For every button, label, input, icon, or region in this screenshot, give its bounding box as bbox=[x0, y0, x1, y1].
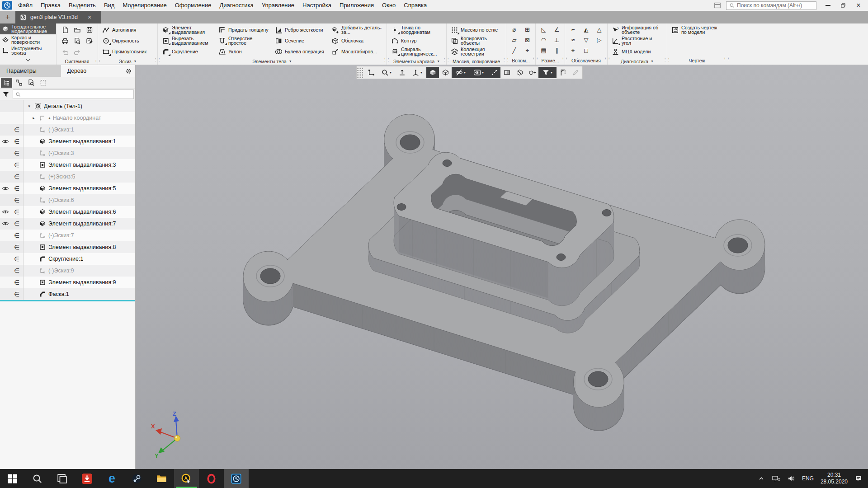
close-button[interactable]: × bbox=[851, 0, 866, 10]
app-logo-icon[interactable] bbox=[2, 1, 13, 10]
section-grip[interactable]: ⋮⋮ bbox=[723, 57, 726, 61]
tree-item[interactable]: ∈Элемент выдавливания:5 bbox=[0, 183, 135, 194]
tab-close-icon[interactable]: × bbox=[88, 14, 91, 21]
sect-button[interactable]: Сечение bbox=[273, 35, 328, 46]
search-taskbar-button[interactable] bbox=[25, 469, 50, 488]
undo-button[interactable] bbox=[59, 47, 71, 57]
aux-icon-button[interactable]: ◺ bbox=[538, 24, 550, 35]
coordinate-systems-button[interactable]: ▼ bbox=[408, 67, 426, 78]
section-grip[interactable]: ⋮⋮ bbox=[532, 57, 535, 61]
restore-button[interactable] bbox=[835, 0, 851, 10]
tab-tree[interactable]: Дерево bbox=[61, 65, 122, 77]
tray-expand-icon[interactable] bbox=[757, 475, 765, 482]
draw2d-button[interactable]: Создать чертеж по модели bbox=[669, 24, 725, 35]
tree-item[interactable]: ∈Фаска:1 bbox=[0, 288, 135, 300]
visibility-eye-icon[interactable] bbox=[0, 209, 11, 215]
pointi-button[interactable]: Точка по координатам bbox=[389, 24, 444, 35]
tree-search-field[interactable] bbox=[13, 89, 134, 99]
aux-icon-button[interactable]: ◭ bbox=[580, 24, 592, 35]
aux-icon-button[interactable]: ⌀ bbox=[508, 24, 520, 35]
contour-button[interactable]: Контур bbox=[389, 35, 444, 46]
tree-item[interactable]: ∈(-)Эскиз:6 bbox=[0, 194, 135, 206]
aux-icon-button[interactable]: ▷ bbox=[593, 35, 605, 45]
zoom-tools-button[interactable]: ▼ bbox=[377, 67, 396, 78]
rib-button[interactable]: Ребро жесткости bbox=[273, 24, 328, 35]
menu-item[interactable]: Правка bbox=[37, 0, 65, 11]
command-search[interactable] bbox=[726, 1, 816, 10]
new-button[interactable] bbox=[59, 24, 71, 35]
hidden-lines-button[interactable]: ▼ bbox=[452, 67, 470, 78]
hole-button[interactable]: Отверстие простое bbox=[216, 35, 272, 46]
aux-icon-button[interactable]: ⊥ bbox=[551, 35, 563, 45]
aux-icon-button[interactable]: ⌖ bbox=[521, 45, 533, 56]
ribbon-collapse[interactable] bbox=[0, 56, 56, 64]
aux-icon-button[interactable]: ⌖ bbox=[567, 45, 579, 56]
workspace-button[interactable]: Каркас и поверхности bbox=[0, 34, 56, 45]
boss-button[interactable]: Элемент выдавливания bbox=[160, 24, 215, 35]
steam-taskbar-button[interactable] bbox=[124, 469, 149, 488]
spiral-button[interactable]: Спираль цилиндрическ... bbox=[389, 46, 444, 57]
menu-item[interactable]: Вид bbox=[100, 0, 119, 11]
addpart-button[interactable]: Добавить деталь-за... bbox=[329, 24, 385, 35]
docmag-button[interactable] bbox=[25, 78, 37, 88]
menu-item[interactable]: Выделить bbox=[65, 0, 100, 11]
command-search-input[interactable] bbox=[737, 2, 813, 9]
gridi-button[interactable]: Массив по сетке bbox=[448, 24, 504, 35]
notifications-icon[interactable] bbox=[854, 475, 863, 482]
section-grip[interactable]: ⋮⋮ bbox=[502, 58, 506, 62]
new-tab-button[interactable]: + bbox=[0, 11, 15, 23]
scalei-button[interactable]: Масштабиров... bbox=[329, 46, 385, 57]
shell-button[interactable]: Оболочка bbox=[329, 35, 385, 46]
visibility-eye-icon[interactable] bbox=[0, 186, 11, 191]
tree-item[interactable]: ∈Элемент выдавливания:9 bbox=[0, 277, 135, 288]
tree-item[interactable]: ∈(-)Эскиз:9 bbox=[0, 265, 135, 277]
volume-icon[interactable] bbox=[787, 475, 795, 482]
snap-mode-button[interactable] bbox=[488, 67, 500, 78]
aux-icon-button[interactable]: ∠ bbox=[551, 24, 563, 35]
circlei-button[interactable]: Окружность bbox=[100, 35, 156, 46]
download-manager-taskbar-button[interactable] bbox=[75, 469, 99, 488]
kompas-taskbar-button[interactable] bbox=[224, 469, 249, 488]
menu-item[interactable]: Моделирование bbox=[118, 0, 170, 11]
section-overflow-arrow[interactable]: ▼ bbox=[651, 60, 654, 63]
start-taskbar-button[interactable] bbox=[0, 469, 25, 488]
workspace-button[interactable]: Инструменты эскиза bbox=[0, 45, 56, 56]
clip-model-button[interactable] bbox=[513, 67, 526, 78]
massi-button[interactable]: МЦХ модели bbox=[609, 46, 665, 57]
draft-button[interactable]: Уклон bbox=[216, 46, 272, 57]
aux-icon-button[interactable]: ╱ bbox=[508, 45, 520, 56]
toolbar-grip-button[interactable] bbox=[357, 67, 364, 78]
workspace-button[interactable]: Твердотельное моделирование bbox=[0, 23, 56, 34]
print-button[interactable] bbox=[59, 36, 71, 46]
copyi-button[interactable]: Копировать объекты bbox=[448, 35, 504, 46]
panel-settings-gear-icon[interactable] bbox=[122, 65, 135, 77]
section-overflow-arrow[interactable]: ▼ bbox=[437, 60, 440, 63]
collect-button[interactable]: Коллекция геометрии bbox=[448, 46, 504, 57]
orientation-button[interactable] bbox=[396, 67, 408, 78]
section-grip[interactable]: ⋮⋮ bbox=[94, 59, 98, 62]
aux-icon-button[interactable]: ▱ bbox=[508, 35, 520, 45]
aux-icon-button[interactable]: ⊞ bbox=[521, 24, 533, 35]
audio-player-taskbar-button[interactable] bbox=[174, 469, 199, 488]
clock[interactable]: 20:31 28.05.2020 bbox=[821, 472, 848, 485]
tree-item[interactable]: ∈Элемент выдавливания:3 bbox=[0, 159, 135, 171]
tree-item[interactable]: ∈(-)Эскиз:1 bbox=[0, 124, 135, 136]
network-icon[interactable] bbox=[772, 475, 780, 482]
rotate-model-button[interactable] bbox=[526, 67, 538, 78]
visibility-eye-icon[interactable] bbox=[0, 139, 11, 144]
minimize-button[interactable] bbox=[820, 0, 835, 10]
opera-taskbar-button[interactable] bbox=[199, 469, 224, 488]
section-grip[interactable]: ⋮⋮ bbox=[561, 57, 565, 61]
filter-objects-button[interactable]: ▼ bbox=[538, 67, 557, 78]
sketch-mode-button[interactable] bbox=[365, 67, 377, 78]
section-overflow-arrow[interactable]: ▼ bbox=[289, 60, 292, 63]
section-grip[interactable]: ⋮⋮ bbox=[154, 58, 157, 62]
aux-icon-button[interactable]: ≈ bbox=[567, 35, 579, 45]
document-tab[interactable]: gen3 plate V3.m3d × bbox=[15, 11, 101, 23]
model-3d-view[interactable] bbox=[136, 65, 868, 469]
task-view-taskbar-button[interactable] bbox=[50, 469, 75, 488]
tree-item[interactable]: ∈(+)Эскиз:5 bbox=[0, 171, 135, 183]
reli-button[interactable] bbox=[13, 78, 24, 88]
menu-item[interactable]: Файл bbox=[14, 0, 37, 11]
saveas-button[interactable] bbox=[83, 36, 95, 46]
